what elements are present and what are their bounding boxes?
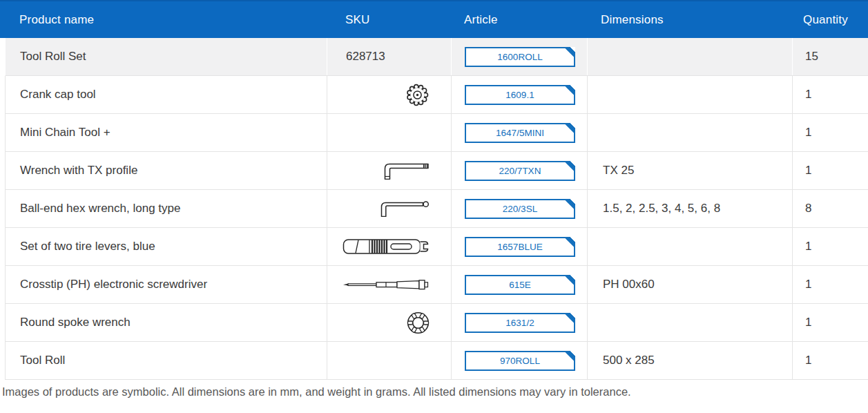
quantity-cell: 1 <box>792 228 868 265</box>
quantity-cell: 1 <box>792 76 868 113</box>
table-row: Set of two tire levers, blue 1657BLUE 1 <box>5 228 868 266</box>
table-row: Crank cap tool 1609.1 1 <box>5 76 868 114</box>
product-name-cell: Ball-end hex wrench, long type <box>6 190 327 227</box>
column-header-product: Product name <box>0 13 327 27</box>
product-name: Ball-end hex wrench, long type <box>20 202 180 215</box>
dimensions-cell <box>587 228 792 265</box>
product-name-cell: Tool Roll <box>6 342 327 379</box>
article-label: 1631/2 <box>505 318 534 328</box>
folded-corner-icon <box>563 237 575 249</box>
article-label: 220/7TXN <box>499 166 541 176</box>
quantity-value: 1 <box>805 88 811 102</box>
folded-corner-icon <box>563 275 575 287</box>
quantity-value: 1 <box>805 354 811 367</box>
column-header-quantity: Quantity <box>792 13 868 27</box>
folded-corner-icon <box>563 85 575 97</box>
table-body: Tool Roll Set 628713 1600ROLL 15 Crank c… <box>5 38 868 380</box>
product-name: Set of two tire levers, blue <box>20 240 155 253</box>
sku-cell <box>327 228 451 265</box>
table-row: Round spoke wrench 1631/2 1 <box>5 304 868 342</box>
electronic-screwdriver-icon <box>342 278 430 291</box>
quantity-value: 1 <box>805 278 811 291</box>
article-button[interactable]: 1657BLUE <box>465 237 575 257</box>
article-cell: 220/7TXN <box>451 152 587 189</box>
article-button[interactable]: 615E <box>465 275 575 295</box>
article-cell: 1600ROLL <box>451 38 587 75</box>
table-row: Wrench with TX profile 220/7TXN TX 25 1 <box>5 152 868 190</box>
quantity-cell: 8 <box>792 190 868 227</box>
product-name: Mini Chain Tool + <box>20 126 110 140</box>
table-row: Ball-end hex wrench, long type 220/3SL 1… <box>5 190 868 228</box>
article-cell: 1657BLUE <box>451 228 587 265</box>
product-name-cell: Crosstip (PH) electronic screwdriver <box>6 266 327 303</box>
article-button[interactable]: 1647/5MINI <box>465 123 575 143</box>
tire-levers-icon <box>342 235 430 258</box>
sku-cell <box>327 152 451 189</box>
tx-wrench-icon <box>382 162 430 180</box>
quantity-value: 8 <box>805 202 811 215</box>
article-label: 1657BLUE <box>497 242 542 252</box>
article-cell: 220/3SL <box>451 190 587 227</box>
article-label: 615E <box>509 280 531 290</box>
product-name: Crank cap tool <box>20 88 96 102</box>
article-cell: 970ROLL <box>451 342 587 379</box>
quantity-value: 1 <box>805 316 811 329</box>
table-row: Crosstip (PH) electronic screwdriver 615… <box>5 266 868 304</box>
dimensions-value: PH 00x60 <box>603 278 655 291</box>
quantity-cell: 1 <box>792 114 868 151</box>
dimensions-cell: 500 x 285 <box>587 342 792 379</box>
quantity-value: 1 <box>805 126 811 140</box>
article-cell: 1647/5MINI <box>451 114 587 151</box>
dimensions-cell <box>587 38 792 75</box>
dimensions-value: 500 x 285 <box>603 354 655 367</box>
product-name: Tool Roll Set <box>20 50 86 64</box>
column-header-sku: SKU <box>327 13 451 27</box>
table-row: Tool Roll 970ROLL 500 x 285 1 <box>5 342 868 380</box>
folded-corner-icon <box>563 313 575 325</box>
quantity-value: 1 <box>805 240 811 253</box>
article-button[interactable]: 220/3SL <box>465 199 575 219</box>
product-name-cell: Set of two tire levers, blue <box>6 228 327 265</box>
quantity-value: 15 <box>805 50 818 64</box>
dimensions-cell <box>587 76 792 113</box>
sku-cell <box>327 304 451 341</box>
article-label: 220/3SL <box>503 204 537 214</box>
product-table-page: Product nameSKUArticleDimensionsQuantity… <box>0 0 868 398</box>
dimensions-value: 1.5, 2, 2.5, 3, 4, 5, 6, 8 <box>603 202 720 215</box>
article-cell: 615E <box>451 266 587 303</box>
article-label: 1609.1 <box>505 90 534 100</box>
column-header-article: Article <box>451 13 587 27</box>
folded-corner-icon <box>563 351 575 363</box>
folded-corner-icon <box>563 47 575 59</box>
article-button[interactable]: 1631/2 <box>465 313 575 333</box>
product-name-cell: Crank cap tool <box>6 76 327 113</box>
quantity-cell: 1 <box>792 152 868 189</box>
product-name-cell: Tool Roll Set <box>6 38 327 75</box>
article-button[interactable]: 220/7TXN <box>465 161 575 181</box>
folded-corner-icon <box>563 199 575 211</box>
ball-end-hex-wrench-icon <box>378 200 430 217</box>
table-row: Tool Roll Set 628713 1600ROLL 15 <box>5 38 868 76</box>
sku-cell <box>327 342 451 379</box>
quantity-cell: 1 <box>792 304 868 341</box>
spoke-wrench-icon <box>406 311 430 335</box>
dimensions-cell <box>587 304 792 341</box>
article-button[interactable]: 1600ROLL <box>465 47 575 67</box>
dimensions-cell: 1.5, 2, 2.5, 3, 4, 5, 6, 8 <box>587 190 792 227</box>
table-header: Product nameSKUArticleDimensionsQuantity <box>0 0 868 38</box>
article-label: 1600ROLL <box>497 52 542 62</box>
column-header-dimensions: Dimensions <box>587 13 792 27</box>
product-name-cell: Mini Chain Tool + <box>6 114 327 151</box>
product-name: Round spoke wrench <box>20 316 131 329</box>
article-label: 970ROLL <box>500 356 540 366</box>
product-name: Tool Roll <box>20 354 65 367</box>
product-name: Wrench with TX profile <box>20 164 137 177</box>
product-name-cell: Round spoke wrench <box>6 304 327 341</box>
article-button[interactable]: 970ROLL <box>465 351 575 371</box>
dimensions-cell: PH 00x60 <box>587 266 792 303</box>
quantity-cell: 1 <box>792 266 868 303</box>
article-cell: 1631/2 <box>451 304 587 341</box>
quantity-cell: 1 <box>792 342 868 379</box>
sku-cell <box>327 114 451 151</box>
article-button[interactable]: 1609.1 <box>465 85 575 105</box>
